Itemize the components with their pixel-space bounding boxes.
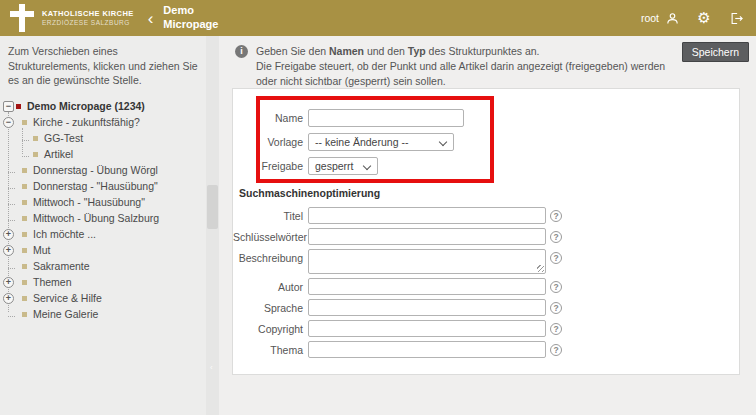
schluesselwoerter-input[interactable] — [308, 228, 546, 245]
tree-item-label: Demo Micropage (1234) — [27, 100, 145, 112]
tree-item[interactable]: GG-Test — [0, 130, 206, 146]
schluesselwoerter-label: Schlüsselwörter — [233, 228, 303, 243]
tree-item[interactable]: Donnerstag - "Hausübung" — [0, 178, 206, 194]
tree-item-label: Mittwoch - "Hausübung" — [33, 196, 145, 208]
form-panel: Name Vorlage -- keine Änderung -- Freiga… — [232, 88, 740, 375]
tree-item[interactable]: Kirche - zukunftsfähig? — [0, 114, 206, 130]
copyright-input[interactable] — [308, 320, 546, 337]
logo-org-subtitle: ERZDIÖZESE SALZBURG — [42, 19, 134, 26]
autor-row: Autor ? — [233, 278, 739, 295]
help-icon[interactable]: ? — [550, 210, 562, 222]
expand-expander-icon[interactable] — [3, 245, 14, 256]
resize-grip-icon[interactable] — [537, 265, 544, 272]
page-tree: Demo Micropage (1234) Kirche - zukunftsf… — [0, 98, 206, 322]
name-input[interactable] — [308, 109, 464, 127]
expand-expander-icon[interactable] — [3, 277, 14, 288]
tree-bullet-icon — [22, 296, 27, 301]
page-title: Demo Micropage — [163, 4, 218, 32]
tree-item[interactable]: Service & Hilfe — [0, 290, 206, 306]
tree-item-label: Sakramente — [33, 260, 90, 272]
thema-row: Thema ? — [233, 341, 739, 358]
user-name: root — [641, 12, 659, 24]
sprache-input[interactable] — [308, 299, 546, 316]
tree-item[interactable]: Sakramente — [0, 258, 206, 274]
tree-item[interactable]: Themen — [0, 274, 206, 290]
tree-item[interactable]: Ich möchte ... — [0, 226, 206, 242]
info-text-line2: Die Freigabe steuert, ob der Punkt und a… — [256, 60, 665, 87]
tree-item[interactable]: Artikel — [0, 146, 206, 162]
freigabe-row: Freigabe gesperrt — [233, 157, 739, 175]
tree-item-label: Mittwoch - Übung Salzburg — [33, 212, 159, 224]
info-icon: i — [235, 45, 248, 58]
app-logo[interactable]: KATHOLISCHE KIRCHE ERZDIÖZESE SALZBURG — [10, 4, 134, 32]
tree-bullet-icon — [33, 136, 38, 141]
settings-gear-icon[interactable]: ⚙ — [696, 10, 712, 26]
splitter-handle[interactable]: ‹ — [207, 185, 218, 229]
cross-logo-icon — [10, 4, 34, 32]
copyright-label: Copyright — [233, 320, 303, 335]
titel-input[interactable] — [308, 207, 546, 224]
tree-item[interactable]: Meine Galerie — [0, 306, 206, 322]
help-icon[interactable]: ? — [550, 302, 562, 314]
beschreibung-textarea[interactable] — [308, 249, 546, 274]
tree-item[interactable]: Donnerstag - Übung Wörgl — [0, 162, 206, 178]
info-message: i Geben Sie den Namen und den Typ des St… — [235, 44, 680, 89]
tree-bullet-icon — [22, 280, 27, 285]
titel-row: Titel ? — [233, 207, 739, 224]
help-icon[interactable]: ? — [550, 323, 562, 335]
tree-branch-icon — [19, 133, 30, 144]
expand-expander-icon[interactable] — [3, 293, 14, 304]
help-icon[interactable]: ? — [550, 252, 562, 264]
tree-item-label: Artikel — [44, 148, 73, 160]
tree-item[interactable]: Mittwoch - "Hausübung" — [0, 194, 206, 210]
autor-label: Autor — [233, 278, 303, 293]
tree-branch-icon — [19, 149, 30, 160]
top-bar: KATHOLISCHE KIRCHE ERZDIÖZESE SALZBURG ‹… — [0, 0, 756, 36]
collapse-expander-icon[interactable] — [3, 101, 14, 112]
info-text-bold: Typ — [408, 45, 426, 57]
tree-item-label: Donnerstag - Übung Wörgl — [33, 164, 158, 176]
tree-bullet-icon — [22, 248, 27, 253]
schluesselwoerter-row: Schlüsselwörter ? — [233, 228, 739, 245]
thema-input[interactable] — [308, 341, 546, 358]
expand-expander-icon[interactable] — [3, 229, 14, 240]
info-text: und den — [364, 45, 408, 57]
sprache-label: Sprache — [233, 299, 303, 314]
help-icon[interactable]: ? — [550, 281, 562, 293]
autor-input[interactable] — [308, 278, 546, 295]
tree-item-root[interactable]: Demo Micropage (1234) — [0, 98, 206, 114]
drag-hint-text: Zum Verschieben eines Strukturelements, … — [0, 36, 206, 92]
beschreibung-label: Beschreibung — [233, 249, 303, 264]
tree-bullet-icon — [22, 216, 27, 221]
vorlage-select[interactable]: -- keine Änderung -- — [308, 133, 454, 151]
back-chevron-icon[interactable]: ‹ — [148, 10, 154, 27]
collapse-sidebar-icon: ‹ — [210, 363, 213, 372]
tree-item-label: Meine Galerie — [33, 308, 98, 320]
collapse-expander-icon[interactable] — [3, 117, 14, 128]
structure-sidebar: Zum Verschieben eines Strukturelements, … — [0, 36, 206, 415]
tree-bullet-icon — [22, 264, 27, 269]
logout-icon[interactable] — [728, 10, 744, 26]
page-title-line2: Micropage — [163, 18, 218, 32]
freigabe-select[interactable]: gesperrt — [308, 157, 378, 175]
tree-item[interactable]: Mut — [0, 242, 206, 258]
tree-bullet-icon — [22, 312, 27, 317]
user-menu[interactable]: root — [641, 10, 680, 26]
save-button[interactable]: Speichern — [682, 42, 749, 62]
tree-bullet-icon — [22, 120, 27, 125]
sidebar-splitter[interactable]: ‹ — [206, 36, 219, 415]
sprache-row: Sprache ? — [233, 299, 739, 316]
tree-item-label: Mut — [33, 244, 51, 256]
tree-item-label: Kirche - zukunftsfähig? — [33, 116, 140, 128]
thema-label: Thema — [233, 341, 303, 356]
beschreibung-row: Beschreibung ? — [233, 249, 739, 274]
help-icon[interactable]: ? — [550, 231, 562, 243]
tree-item[interactable]: Mittwoch - Übung Salzburg — [0, 210, 206, 226]
tree-item-label: Ich möchte ... — [33, 228, 96, 240]
freigabe-label: Freigabe — [233, 157, 303, 172]
tree-bullet-icon — [22, 184, 27, 189]
help-icon[interactable]: ? — [550, 344, 562, 356]
tree-bullet-icon — [33, 152, 38, 157]
tree-branch-icon — [3, 197, 14, 208]
user-icon — [664, 10, 680, 26]
